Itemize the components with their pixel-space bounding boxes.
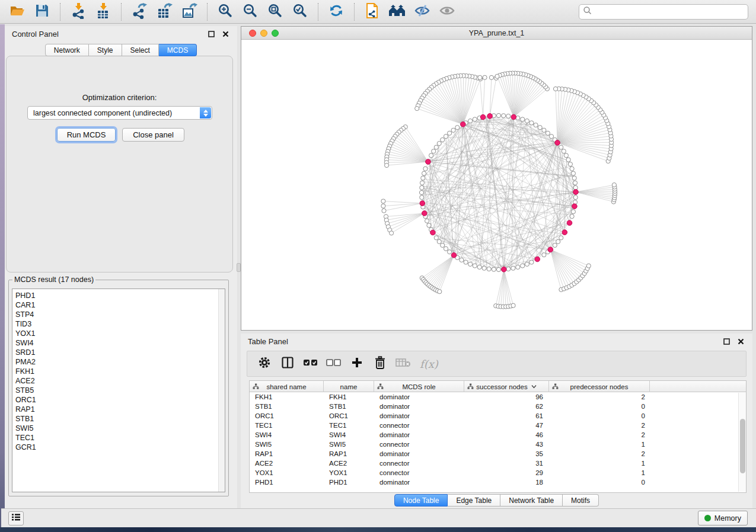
zoom-out-icon [243, 3, 258, 21]
tab-network[interactable]: Network [45, 44, 89, 56]
refresh-button[interactable] [327, 2, 346, 21]
unselect-all-columns-button[interactable] [326, 356, 342, 371]
table-row[interactable]: SWI5SWI5connector431 [250, 440, 746, 449]
column-header-predecessor-nodes[interactable]: predecessor nodes [549, 381, 650, 392]
mcds-result-scrollbar[interactable] [218, 289, 225, 492]
network-canvas[interactable] [241, 40, 752, 330]
table-row[interactable]: ACE2ACE2connector311 [250, 459, 746, 468]
search-input[interactable] [592, 6, 748, 18]
tab-select[interactable]: Select [122, 44, 159, 56]
show-column-browser-button[interactable] [280, 356, 295, 371]
mcds-result-item[interactable]: SRD1 [15, 348, 225, 357]
zoom-selected-button[interactable] [291, 2, 310, 21]
select-all-columns-button[interactable] [303, 356, 318, 371]
save-session-button[interactable] [33, 2, 52, 21]
mcds-result-item[interactable]: GCR1 [15, 443, 225, 452]
mcds-result-item[interactable]: ORC1 [15, 395, 225, 405]
zoom-fit-button[interactable] [266, 2, 285, 21]
mcds-result-item[interactable]: STP4 [15, 310, 225, 319]
table-row[interactable]: YOX1YOX1connector291 [250, 468, 746, 477]
mcds-result-item[interactable]: TEC1 [15, 433, 225, 443]
cell-predecessor-nodes: 2 [549, 393, 650, 400]
tab-node-table[interactable]: Node Table [394, 494, 448, 507]
mcds-result-item[interactable]: CAR1 [15, 300, 225, 310]
import-network-button[interactable] [69, 2, 88, 21]
tab-motifs[interactable]: Motifs [563, 494, 599, 507]
table-row[interactable]: SWI4SWI4dominator462 [250, 430, 746, 440]
table-settings-button[interactable] [257, 356, 272, 371]
table-row[interactable]: ORC1ORC1dominator610 [250, 411, 746, 421]
table-scrollbar[interactable] [738, 393, 746, 492]
cell-successor-nodes: 62 [464, 403, 549, 410]
table-row[interactable]: TEC1TEC1connector472 [250, 421, 746, 430]
table-row[interactable]: RAP1RAP1dominator352 [250, 449, 746, 459]
cell-shared-name: SWI5 [250, 441, 324, 448]
mcds-result-item[interactable]: SWI4 [15, 338, 225, 348]
zoom-in-button[interactable] [216, 2, 235, 21]
mcds-result-item[interactable]: FKH1 [15, 367, 225, 376]
task-list-icon [11, 513, 21, 524]
import-table-button[interactable] [94, 2, 113, 21]
float-table-panel-icon[interactable] [722, 336, 731, 346]
mcds-result-item[interactable]: STB5 [15, 386, 225, 395]
float-panel-icon[interactable] [206, 29, 216, 39]
function-builder-button-disabled[interactable]: f(x) [420, 358, 438, 370]
close-table-panel-icon[interactable] [736, 336, 745, 346]
eye-slash-icon [414, 4, 430, 20]
table-scrollbar-thumb[interactable] [740, 419, 745, 473]
column-header-successor-nodes[interactable]: successor nodes [464, 381, 549, 392]
show-selected-button[interactable] [438, 2, 457, 21]
network-window-titlebar[interactable]: YPA_prune.txt_1 [241, 27, 752, 40]
hide-selected-button[interactable] [413, 2, 432, 21]
export-network-button[interactable] [130, 2, 149, 21]
column-header-name[interactable]: name [324, 381, 374, 392]
close-panel-icon[interactable] [221, 29, 230, 39]
cell-name: ACE2 [324, 460, 374, 467]
open-session-button[interactable] [8, 2, 27, 21]
tab-mcds[interactable]: MCDS [159, 44, 197, 56]
create-column-button[interactable] [349, 356, 365, 371]
tab-style[interactable]: Style [89, 44, 122, 56]
cell-name: SWI5 [324, 441, 374, 448]
trash-icon [374, 356, 386, 371]
optimization-criterion-select[interactable]: largest connected component (undirected) [27, 106, 212, 120]
memory-button[interactable]: Memory [698, 511, 748, 525]
delete-table-button-disabled[interactable] [395, 356, 411, 371]
mcds-result-item[interactable]: SWI5 [15, 424, 225, 433]
mcds-result-list[interactable]: PHD1CAR1STP4TID3YOX1SWI4SRD1PMA2FKH1ACE2… [12, 289, 225, 492]
cell-shared-name: TEC1 [250, 422, 324, 429]
mcds-result-item[interactable]: YOX1 [15, 329, 225, 338]
mcds-result-item[interactable]: PMA2 [15, 357, 225, 367]
table-row[interactable]: STB1STB1dominator620 [250, 402, 746, 411]
export-image-button[interactable] [180, 2, 199, 21]
close-panel-button[interactable]: Close panel [122, 128, 184, 142]
tab-edge-table[interactable]: Edge Table [448, 494, 500, 507]
tab-network-table[interactable]: Network Table [500, 494, 563, 507]
mcds-result-item[interactable]: STB1 [15, 414, 225, 424]
home-button[interactable] [388, 2, 407, 21]
mcds-result-item[interactable]: PHD1 [15, 291, 225, 300]
column-header-shared-name[interactable]: shared name [250, 381, 324, 392]
export-table-button[interactable] [155, 2, 174, 21]
mcds-result-item[interactable]: RAP1 [15, 405, 225, 414]
zoom-out-button[interactable] [241, 2, 260, 21]
share-document-button[interactable] [363, 2, 382, 21]
table-toolbar: f(x) [247, 351, 747, 377]
cell-predecessor-nodes: 1 [549, 469, 650, 476]
eye-icon [439, 4, 455, 20]
task-history-button[interactable] [8, 511, 24, 525]
network-graph[interactable] [241, 40, 752, 330]
cell-shared-name: PHD1 [250, 479, 324, 486]
run-mcds-button[interactable]: Run MCDS [57, 128, 116, 142]
search-field[interactable] [579, 4, 748, 20]
delete-columns-button[interactable] [372, 356, 388, 371]
cell-successor-nodes: 35 [464, 450, 549, 457]
panel-splitter-handle[interactable] [237, 263, 241, 272]
open-folder-icon [9, 4, 25, 20]
table-row[interactable]: FKH1FKH1dominator962 [250, 392, 746, 402]
mcds-result-item[interactable]: TID3 [15, 319, 225, 329]
mcds-result-item[interactable]: ACE2 [15, 376, 225, 386]
table-row[interactable]: PHD1PHD1dominator180 [250, 477, 746, 487]
column-header-MCDS-role[interactable]: MCDS role [374, 381, 464, 392]
network-view-window: YPA_prune.txt_1 [241, 26, 752, 331]
